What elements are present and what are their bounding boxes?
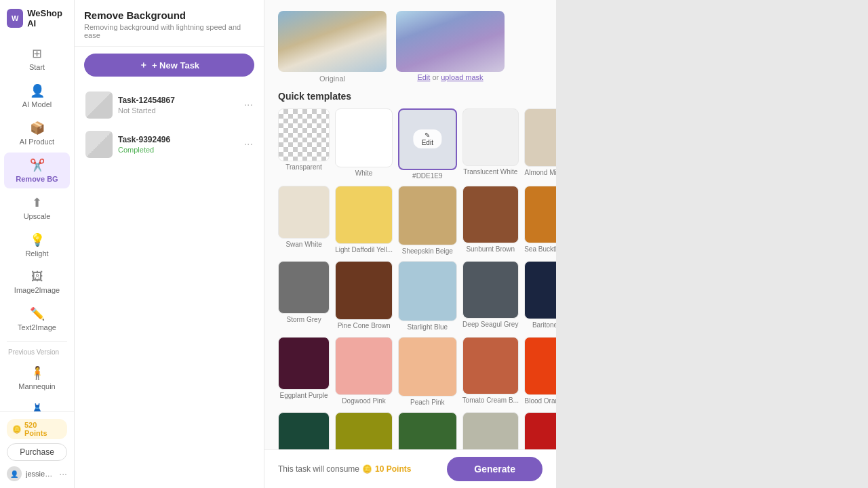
template-item-19[interactable]: Dogwood Pink [335,337,393,407]
task-more-0[interactable]: ··· [244,99,253,111]
new-task-label: + New Task [152,60,199,70]
ai-model-label: AI Model [22,100,52,108]
user-row: 👤 jessie@we... ··· [7,466,67,481]
original-image-container: Original [278,11,387,83]
template-label-22: Blood Orange Red [524,397,556,405]
template-item-28[interactable]: Red [524,412,556,449]
template-label-4: Almond Milk White [524,169,556,177]
template-item-9[interactable]: Sunburnt Brown [462,186,519,256]
template-item-2[interactable]: ✎ Edit #DDE1E9 [398,108,457,180]
template-item-21[interactable]: Tomato Cream B... [462,337,519,407]
consume-text: This task will consume 🪙 10 Points [278,464,411,474]
template-swatch-24 [278,412,330,449]
consume-points: 10 Points [375,464,411,474]
template-item-4[interactable]: Almond Milk White [524,108,556,180]
original-label: Original [278,75,387,83]
content-area: Original Edit or upload mask Quick templ… [264,0,556,449]
task-thumb-0 [85,92,113,119]
image-preview-row: Original Edit or upload mask [278,11,542,83]
template-item-7[interactable]: Light Daffodil Yell... [335,186,393,256]
template-swatch-22 [524,337,556,395]
ai-product-label: AI Product [20,138,54,146]
sidebar-prev-item-mannequin[interactable]: 🧍 Mannequin [4,360,70,396]
sidebar-item-start[interactable]: ⊞ Start [4,41,70,77]
template-item-8[interactable]: Sheepskin Beige [398,186,457,256]
points-value: 520 Points [24,421,62,437]
template-item-20[interactable]: Peach Pink [398,337,457,407]
points-badge: 🪙 520 Points [7,419,67,439]
template-label-20: Peach Pink [398,399,457,407]
template-item-16[interactable]: Baritone Blue [524,261,556,331]
template-item-27[interactable]: Grey Color Studio [462,412,519,449]
original-image [278,11,387,72]
new-task-button[interactable]: ＋ + New Task [84,54,254,77]
template-swatch-2: ✎ Edit [398,108,457,170]
sidebar-item-upscale[interactable]: ⬆ Upscale [4,190,70,226]
task-item-1[interactable]: Task-9392496 Completed ··· [80,125,258,163]
panel-subtitle: Removing background with lightning speed… [84,23,254,39]
template-label-15: Deep Seagul Grey [462,321,519,329]
template-item-1[interactable]: White [335,108,393,180]
task-status-0: Not Started [118,106,239,115]
template-item-26[interactable]: Blackthorn Green [398,412,457,449]
template-label-6: Swan White [278,241,330,249]
sidebar-item-ai-product[interactable]: 📦 AI Product [4,115,70,151]
template-item-14[interactable]: Starlight Blue [398,261,457,331]
sidebar-prev-item-model[interactable]: 👗 Model [4,397,70,411]
sidebar-item-relight[interactable]: 💡 Relight [4,227,70,263]
consume-label: This task will consume [278,464,359,474]
template-swatch-13 [335,261,393,320]
task-list: Task-12454867 Not Started ··· Task-93924… [75,83,264,488]
template-swatch-19 [335,337,393,396]
upload-mask-link[interactable]: upload mask [441,73,483,81]
template-swatch-28 [524,412,556,449]
mannequin-prev-label: Mannequin [18,382,55,390]
task-id-1: Task-9392496 [118,135,239,144]
task-item-0[interactable]: Task-12454867 Not Started ··· [80,86,258,124]
template-item-0[interactable]: Transparent [278,108,330,180]
upscale-label: Upscale [24,212,51,220]
start-icon: ⊞ [32,46,42,61]
or-text: or [432,73,441,81]
template-label-12: Storm Grey [278,316,330,324]
template-item-12[interactable]: Storm Grey [278,261,330,331]
sidebar-item-image2image[interactable]: 🖼 Image2Image [4,264,70,300]
template-item-13[interactable]: Pine Cone Brown [335,261,393,331]
upscale-icon: ⬆ [32,195,42,210]
points-coin-icon: 🪙 [362,464,372,474]
template-swatch-14 [398,261,457,321]
task-more-1[interactable]: ··· [244,138,253,150]
template-item-15[interactable]: Deep Seagul Grey [462,261,519,331]
template-label-9: Sunburnt Brown [462,245,519,253]
edit-link[interactable]: Edit [417,73,430,81]
avatar: 👤 [7,466,22,481]
template-label-13: Pine Cone Brown [335,322,393,330]
purchase-button[interactable]: Purchase [7,443,67,461]
template-label-21: Tomato Cream B... [462,396,519,405]
templates-grid: Transparent White ✎ Edit #DDE1E9 Translu… [278,108,542,449]
template-item-22[interactable]: Blood Orange Red [524,337,556,407]
template-item-10[interactable]: Sea Buckthorn B... [524,186,556,256]
template-label-14: Starlight Blue [398,323,457,331]
remove-bg-icon: ✂️ [30,158,45,173]
sidebar-item-ai-model[interactable]: 👤 AI Model [4,78,70,114]
user-name: jessie@we... [26,470,55,478]
generate-button[interactable]: Generate [447,457,542,481]
text2image-label: Text2Image [18,323,56,331]
template-item-3[interactable]: Translucent White [462,108,519,180]
user-more-button[interactable]: ··· [59,468,67,479]
sidebar-item-remove-bg[interactable]: ✂️ Remove BG [4,152,70,188]
template-swatch-6 [278,186,330,239]
start-label: Start [29,63,45,71]
image2image-icon: 🖼 [31,270,43,284]
template-swatch-25 [335,412,393,449]
template-item-24[interactable]: Rainforest Green [278,412,330,449]
template-item-25[interactable]: Golden Palm [335,412,393,449]
template-item-18[interactable]: Eggplant Purple [278,337,330,407]
template-item-6[interactable]: Swan White [278,186,330,256]
task-info-1: Task-9392496 Completed [118,135,239,154]
sidebar-item-text2image[interactable]: ✏️ Text2Image [4,301,70,337]
ai-product-icon: 📦 [30,121,45,136]
relight-label: Relight [25,249,48,258]
quick-templates-title: Quick templates [278,91,542,102]
